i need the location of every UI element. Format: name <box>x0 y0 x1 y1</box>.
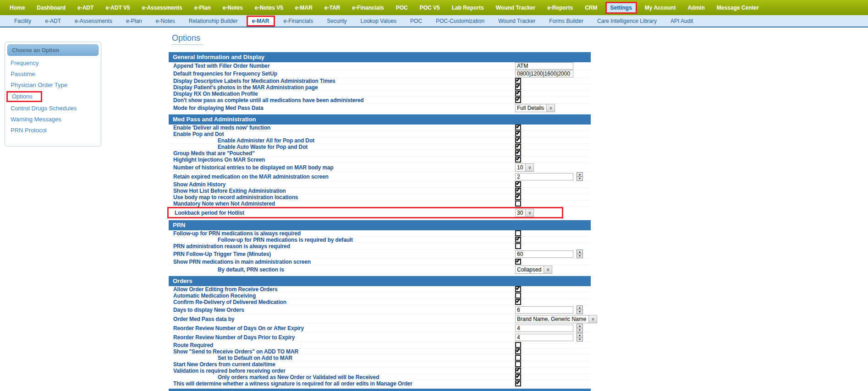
prn-follow-up-trigger-time-minutes-spinner[interactable]: ▲▼ <box>577 250 583 258</box>
days-to-display-new-orders-spinner[interactable]: ▲▼ <box>577 305 583 314</box>
subnav-item-e-notes[interactable]: e-Notes <box>149 16 182 26</box>
sidebar-item-passtime[interactable]: Passtime <box>5 69 101 79</box>
sidebar-item-options[interactable]: Options <box>6 91 42 102</box>
subnav-item-e-financials[interactable]: e-Financials <box>277 16 320 26</box>
subnav-item-e-mar[interactable]: e-MAR <box>247 16 275 27</box>
option-row-mode-for-displaying-med-pass-data: Mode for displaying Med Pass DataFull De… <box>169 103 591 113</box>
topnav-item-settings[interactable]: Settings <box>605 2 637 14</box>
subnav-item-wound-tracker[interactable]: Wound Tracker <box>491 16 542 26</box>
subnav-item-forms-builder[interactable]: Forms Builder <box>542 16 590 26</box>
subnav-item-api-audit[interactable]: API Audit <box>664 16 700 26</box>
sidebar-item-warning-messages[interactable]: Warning Messages <box>5 114 101 124</box>
don-t-show-pass-as-complete-until-all-medication-checkbox[interactable] <box>515 97 521 103</box>
lookback-period-for-hotlist-select[interactable]: 30∨ <box>515 209 534 217</box>
topnav-item-e-notes-v5[interactable]: e-Notes V5 <box>249 2 289 14</box>
subnav-item-e-assessments[interactable]: e-Assessments <box>68 16 119 26</box>
sidebar-item-prn-protocol[interactable]: PRN Protocol <box>5 125 101 135</box>
spinner-down-icon[interactable]: ▼ <box>577 310 582 314</box>
option-row-by-default-prn-section-is: By default, PRN section isCollapsed∨ <box>169 265 591 274</box>
subnav-item-poc-customization[interactable]: POC-Customization <box>429 16 491 26</box>
set-to-default-on-add-to-mar-checkbox[interactable] <box>515 355 521 361</box>
topnav-item-e-adt[interactable]: e-ADT <box>71 2 99 14</box>
topnav-item-my-account[interactable]: My Account <box>639 2 682 14</box>
topnav-item-poc[interactable]: POC <box>390 2 414 14</box>
topnav-item-e-notes[interactable]: e-Notes <box>217 2 249 14</box>
options-sidebar: Choose an Option FrequencyPasstimePhysic… <box>5 42 101 147</box>
chevron-down-icon[interactable]: ∨ <box>525 209 533 217</box>
reorder-review-number-of-days-prior-to-expiry-input[interactable] <box>515 334 573 341</box>
reorder-review-number-of-days-prior-to-expiry-spinner[interactable]: ▲▼ <box>577 333 583 342</box>
topnav-item-e-plan[interactable]: e-Plan <box>188 2 217 14</box>
subnav-item-e-plan[interactable]: e-Plan <box>119 16 149 26</box>
topnav-item-e-mar[interactable]: e-MAR <box>289 2 319 14</box>
topnav-item-crm[interactable]: CRM <box>579 2 603 14</box>
subnav-item-security[interactable]: Security <box>320 16 353 26</box>
spinner-up-icon[interactable]: ▲ <box>577 250 582 254</box>
default-frequencies-for-frequency-setup-input[interactable] <box>515 70 573 77</box>
topnav-item-poc-v5[interactable]: POC V5 <box>414 2 446 14</box>
spinner-down-icon[interactable]: ▼ <box>577 337 582 341</box>
spinner-up-icon[interactable]: ▲ <box>577 306 582 310</box>
show-send-to-receive-orders-on-add-to-mar-checkbox[interactable] <box>515 348 521 354</box>
option-label: Validation is required before receiving … <box>169 368 286 374</box>
topnav-item-e-assessments[interactable]: e-Assessments <box>136 2 188 14</box>
prn-follow-up-trigger-time-minutes-input[interactable] <box>515 250 573 258</box>
days-to-display-new-orders-input[interactable] <box>515 306 573 314</box>
spinner-up-icon[interactable]: ▲ <box>577 333 582 337</box>
option-row-start-new-orders-from-current-date-time: Start New Orders from current date/time <box>169 361 591 368</box>
retain-expired-medication-on-the-mar-administrat-spinner[interactable]: ▲▼ <box>577 172 583 181</box>
topnav-item-dashboard[interactable]: Dashboard <box>31 2 71 14</box>
spinner-down-icon[interactable]: ▼ <box>577 328 582 332</box>
chevron-down-icon[interactable]: ∨ <box>546 104 555 112</box>
control-cell: Full Details∨ <box>515 103 555 112</box>
sidebar-item-control-drugs-schedules[interactable]: Control Drugs Schedules <box>5 103 101 113</box>
topnav-item-home[interactable]: Home <box>4 2 31 14</box>
topnav-item-e-adt-v5[interactable]: e-ADT V5 <box>99 2 136 14</box>
retain-expired-medication-on-the-mar-administrat-input[interactable] <box>515 173 573 180</box>
chevron-down-icon[interactable]: ∨ <box>544 266 552 273</box>
by-default-prn-section-is-select[interactable]: Collapsed∨ <box>515 266 552 274</box>
topnav-item-message-center[interactable]: Message Center <box>711 2 765 14</box>
option-row-highlight-injections-on-mar-screen: Highlight Injections On MAR Screen <box>169 157 591 163</box>
spinner-down-icon[interactable]: ▼ <box>577 254 582 258</box>
chevron-down-icon[interactable]: ∨ <box>588 315 597 323</box>
highlight-injections-on-mar-screen-checkbox[interactable] <box>515 157 521 163</box>
number-of-historical-entries-to-be-displayed-on--select[interactable]: 10∨ <box>515 163 534 172</box>
subnav-item-care-intelligence-library[interactable]: Care Intelligence Library <box>590 16 664 26</box>
spinner-down-icon[interactable]: ▼ <box>577 177 582 180</box>
follow-up-for-prn-medications-is-required-by-def-checkbox[interactable] <box>515 237 521 243</box>
topnav-item-e-financials[interactable]: e-Financials <box>346 2 390 14</box>
sidebar-item-physician-order-type[interactable]: Physician Order Type <box>5 80 101 90</box>
option-row-number-of-historical-entries-to-be-displayed-on-: Number of historical entries to be displ… <box>169 163 591 172</box>
reorder-review-number-of-days-on-or-after-expiry-input[interactable] <box>515 325 573 332</box>
topnav-item-e-reports[interactable]: e-Reports <box>541 2 579 14</box>
subnav-item-relationship-builder[interactable]: Relationship Builder <box>182 16 245 26</box>
option-row-reorder-review-number-of-days-on-or-after-expiry: Reorder Review Number of Days On or Afte… <box>169 324 591 333</box>
mode-for-displaying-med-pass-data-select[interactable]: Full Details∨ <box>515 104 555 112</box>
prn-administration-reason-is-always-required-checkbox[interactable] <box>515 243 521 249</box>
option-label: Route Required <box>169 342 213 348</box>
topnav-item-admin[interactable]: Admin <box>681 2 710 14</box>
control-cell: Brand Name, Generic Name∨ <box>515 315 597 323</box>
append-text-with-filler-order-number-input[interactable] <box>515 62 573 70</box>
use-body-map-to-record-administration-locations-checkbox[interactable] <box>515 194 521 200</box>
subnav-item-poc[interactable]: POC <box>403 16 429 26</box>
spinner-up-icon[interactable]: ▲ <box>577 324 582 328</box>
order-med-pass-data-by-select[interactable]: Brand Name, Generic Name∨ <box>515 315 597 323</box>
allow-order-editing-from-receive-orders-checkbox[interactable] <box>515 286 521 292</box>
subnav-item-lookup-values[interactable]: Lookup Values <box>354 16 404 26</box>
confirm-re-delivery-of-delivered-medication-checkbox[interactable] <box>515 299 521 305</box>
chevron-down-icon[interactable]: ∨ <box>525 164 533 171</box>
sidebar-item-frequency[interactable]: Frequency <box>5 58 101 68</box>
spinner-up-icon[interactable]: ▲ <box>577 173 582 177</box>
show-prn-medications-in-main-administration-scre-checkbox[interactable] <box>515 259 521 265</box>
this-will-determine-whether-a-witness-signature--checkbox[interactable] <box>515 380 521 386</box>
control-cell <box>515 286 521 292</box>
subnav-item-e-adt[interactable]: e-ADT <box>38 16 68 26</box>
reorder-review-number-of-days-on-or-after-expiry-spinner[interactable]: ▲▼ <box>577 324 583 332</box>
mandatory-note-when-not-administered-checkbox[interactable] <box>515 201 521 206</box>
topnav-item-lab-reports[interactable]: Lab Reports <box>446 2 490 14</box>
topnav-item-wound-tracker[interactable]: Wound Tracker <box>490 2 541 14</box>
topnav-item-e-tar[interactable]: e-TAR <box>319 2 346 14</box>
subnav-item-facility[interactable]: Facility <box>7 16 38 26</box>
